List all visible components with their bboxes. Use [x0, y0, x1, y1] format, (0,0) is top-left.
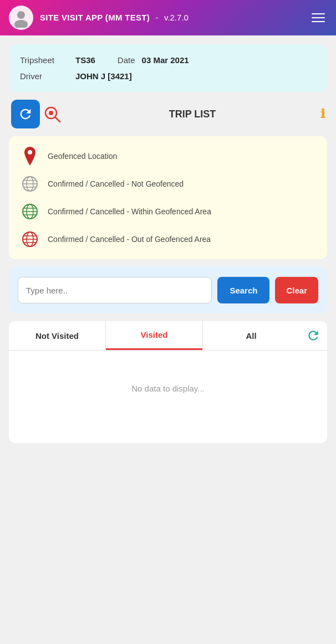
legend-text-3: Confirmed / Cancelled - Within Geofenced… [48, 207, 211, 216]
svg-line-4 [55, 117, 60, 122]
tripsheet-label: Tripsheet [20, 55, 75, 65]
tab-refresh-icon [306, 328, 320, 343]
menu-button[interactable] [309, 11, 327, 24]
pin-icon-container [20, 146, 40, 166]
tabs-header: Not Visited Visited All [9, 321, 327, 351]
refresh-icon [18, 106, 33, 122]
clear-button[interactable]: Clear [275, 277, 318, 303]
search-button[interactable]: Search [217, 277, 269, 303]
header-left: SITE VISIT APP (MM TEST) - v.2.7.0 [9, 6, 189, 30]
info-icon: ℹ [320, 107, 325, 121]
search-location-button[interactable] [40, 102, 64, 126]
no-data-message: No data to display... [9, 351, 327, 426]
search-input[interactable] [18, 277, 212, 303]
tripsheet-value: TS36 [75, 55, 95, 65]
driver-value: JOHN J [3421] [75, 71, 132, 81]
app-title: SITE VISIT APP (MM TEST) [40, 13, 150, 22]
date-value: 03 Mar 2021 [142, 55, 189, 65]
globe-grey-icon [21, 175, 39, 193]
hamburger-line-1 [312, 13, 325, 14]
svg-point-0 [17, 11, 25, 19]
tab-refresh-button[interactable] [299, 321, 327, 350]
legend-item-1: Geofenced Location [20, 146, 316, 166]
svg-point-1 [14, 20, 28, 28]
geofenced-pin-icon [22, 147, 38, 166]
globe-red-icon [21, 230, 39, 248]
globe-green-icon-container [20, 202, 40, 221]
tabs-card: Not Visited Visited All No data to displ… [9, 321, 327, 443]
globe-grey-icon-container [20, 174, 40, 194]
triplist-title: TRIP LIST [64, 109, 320, 120]
driver-label: Driver [20, 71, 75, 81]
tab-all[interactable]: All [203, 321, 299, 350]
avatar [9, 6, 33, 30]
search-location-icon [42, 104, 62, 124]
no-data-text: No data to display... [131, 384, 204, 393]
app-header: SITE VISIT APP (MM TEST) - v.2.7.0 [0, 0, 336, 35]
search-card: Search Clear [9, 267, 327, 313]
legend-card: Geofenced Location Confirmed / Cancelled… [9, 136, 327, 259]
legend-item-4: Confirmed / Cancelled - Out of Geofenced… [20, 229, 316, 249]
tripsheet-row-2: Driver JOHN J [3421] [20, 71, 316, 81]
legend-text-1: Geofenced Location [48, 152, 117, 161]
legend-item-3: Confirmed / Cancelled - Within Geofenced… [20, 202, 316, 221]
globe-green-icon [21, 203, 39, 220]
hamburger-line-2 [312, 17, 325, 18]
globe-red-icon-container [20, 229, 40, 249]
svg-point-5 [28, 150, 32, 154]
main-content: Tripsheet TS36 Date 03 Mar 2021 Driver J… [0, 35, 336, 452]
app-version: v.2.7.0 [164, 13, 189, 22]
tab-visited[interactable]: Visited [106, 321, 202, 350]
tripsheet-card: Tripsheet TS36 Date 03 Mar 2021 Driver J… [9, 44, 327, 92]
legend-text-4: Confirmed / Cancelled - Out of Geofenced… [48, 235, 211, 244]
legend-text-2: Confirmed / Cancelled - Not Geofenced [48, 179, 184, 188]
legend-item-2: Confirmed / Cancelled - Not Geofenced [20, 174, 316, 194]
triplist-header: TRIP LIST ℹ [9, 100, 327, 128]
tripsheet-row-1: Tripsheet TS36 Date 03 Mar 2021 [20, 55, 316, 65]
header-title-group: SITE VISIT APP (MM TEST) - v.2.7.0 [40, 13, 189, 23]
info-button[interactable]: ℹ [320, 107, 325, 121]
hamburger-line-3 [312, 21, 325, 22]
date-label: Date [118, 55, 135, 65]
refresh-button[interactable] [11, 100, 40, 128]
app-separator: - [156, 13, 159, 22]
tab-not-visited[interactable]: Not Visited [9, 321, 105, 350]
svg-point-3 [49, 111, 53, 115]
